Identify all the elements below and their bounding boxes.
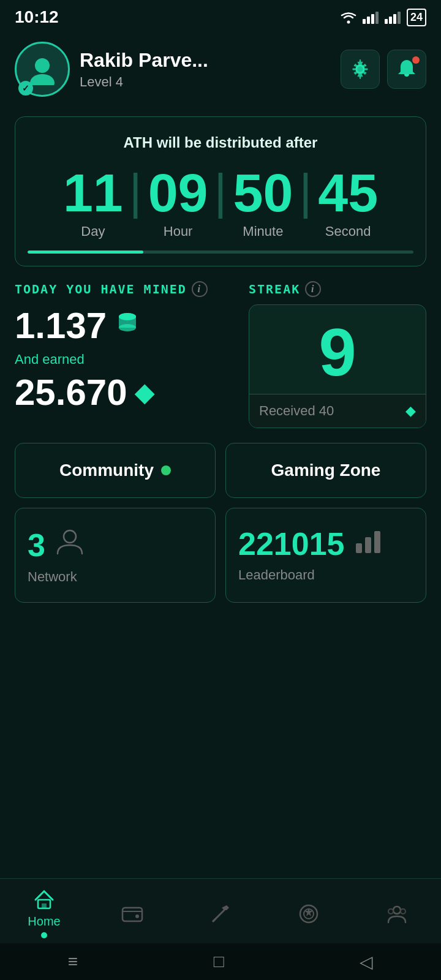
svg-rect-6 (389, 17, 392, 24)
leaderboard-label: Leaderboard (238, 567, 413, 583)
timer-hours: 09 Hour (145, 166, 212, 239)
timer-seconds-label: Second (325, 224, 371, 239)
signal-icon-1 (363, 10, 380, 24)
stats-cards: 3 Network 221015 Leaderboard (15, 508, 426, 603)
status-bar: 10:12 24 (0, 0, 441, 32)
svg-rect-18 (365, 537, 371, 553)
countdown-timer: 11 Day | 09 Hour | 50 Minute | 45 Second (28, 166, 413, 239)
community-label: Community (59, 461, 154, 480)
timer-minutes-value: 50 (233, 166, 293, 220)
system-back-button[interactable]: ◁ (360, 952, 373, 972)
user-avatar-icon (26, 53, 58, 85)
streak-label: STREAK i (249, 281, 426, 297)
received-bar: Received 40 ◆ (249, 394, 426, 428)
bar-chart-icon (353, 526, 383, 556)
earned-value: 25.670 ◆ (15, 371, 239, 413)
network-value: 3 (28, 527, 45, 564)
svg-point-30 (388, 909, 393, 914)
countdown-progress-bar (28, 251, 413, 254)
timer-sep-3: | (299, 166, 312, 217)
community-button[interactable]: Community (15, 443, 216, 498)
avatar-wrapper: ✓ (15, 42, 70, 97)
network-card[interactable]: 3 Network (15, 508, 216, 603)
notification-dot (412, 56, 420, 64)
svg-point-9 (35, 58, 50, 73)
streak-number: 9 (249, 305, 426, 394)
timer-hours-value: 09 (148, 166, 208, 220)
countdown-title: ATH will be distributed after (28, 134, 413, 151)
leaderboard-value: 221015 (238, 526, 345, 562)
cylinder-coin-icon (114, 309, 141, 336)
earned-label: And earned (15, 352, 239, 368)
svg-rect-17 (356, 543, 362, 553)
mined-value: 1.137 (15, 304, 239, 347)
svg-rect-8 (398, 12, 401, 24)
nav-mine[interactable] (190, 903, 251, 925)
bottom-nav: Home (0, 878, 441, 943)
timer-seconds-value: 45 (318, 166, 378, 220)
system-menu-button[interactable]: ≡ (68, 952, 78, 971)
svg-point-0 (347, 21, 350, 24)
svg-point-23 (135, 914, 139, 918)
nav-badge[interactable] (278, 903, 339, 925)
gaming-zone-button[interactable]: Gaming Zone (225, 443, 426, 498)
svg-point-10 (30, 74, 55, 85)
coin-icon (114, 309, 141, 342)
svg-rect-3 (371, 14, 374, 24)
battery-icon: 24 (407, 9, 426, 26)
svg-rect-7 (393, 14, 396, 24)
svg-rect-19 (374, 531, 380, 553)
leaderboard-card[interactable]: 221015 Leaderboard (225, 508, 426, 603)
svg-line-25 (213, 919, 216, 921)
streak-card: 9 Received 40 ◆ (249, 304, 426, 428)
received-diamond-icon: ◆ (405, 403, 416, 419)
svg-point-16 (64, 530, 76, 543)
network-user-icon (54, 526, 86, 564)
community-online-dot (161, 466, 171, 475)
svg-rect-2 (367, 17, 370, 24)
nav-home[interactable]: Home (13, 889, 75, 938)
timer-hours-label: Hour (164, 224, 193, 239)
streak-info-icon[interactable]: i (305, 281, 321, 297)
nav-home-dot (41, 932, 47, 938)
diamond-icon: ◆ (135, 379, 154, 407)
leaderboard-chart-icon (353, 526, 383, 562)
mining-section: TODAY YOU HAVE MINED i 1.137 And earned … (15, 281, 426, 428)
timer-days-label: Day (81, 224, 105, 239)
header-actions (341, 50, 426, 89)
team-icon (386, 903, 408, 925)
svg-point-31 (401, 909, 405, 914)
nav-wallet[interactable] (102, 903, 163, 925)
svg-point-15 (119, 313, 136, 320)
network-label: Network (28, 569, 203, 585)
status-icons: 24 (339, 9, 426, 26)
timer-seconds: 45 Second (314, 166, 382, 239)
settings-button[interactable] (341, 50, 380, 89)
user-name: Rakib Parve... (80, 49, 331, 72)
mining-left: TODAY YOU HAVE MINED i 1.137 And earned … (15, 281, 239, 428)
user-level: Level 4 (80, 74, 331, 90)
svg-rect-21 (42, 903, 47, 908)
nav-team[interactable] (366, 903, 428, 925)
timer-sep-1: | (129, 166, 142, 217)
svg-point-14 (119, 324, 136, 331)
network-value-row: 3 (28, 526, 203, 564)
mining-info-icon[interactable]: i (192, 281, 208, 297)
svg-rect-5 (385, 19, 388, 24)
received-text: Received 40 (259, 403, 334, 419)
mining-label: TODAY YOU HAVE MINED i (15, 281, 239, 297)
home-icon (33, 889, 55, 911)
action-buttons: Community Gaming Zone (15, 443, 426, 498)
svg-marker-28 (304, 908, 313, 916)
gear-icon (349, 58, 371, 80)
svg-rect-4 (375, 12, 379, 24)
timer-minutes-label: Minute (243, 224, 283, 239)
user-info: Rakib Parve... Level 4 (80, 49, 331, 90)
streak-section: STREAK i 9 Received 40 ◆ (249, 281, 426, 428)
badge-icon (298, 903, 320, 925)
svg-rect-22 (123, 908, 142, 921)
system-home-button[interactable]: □ (214, 952, 224, 971)
leaderboard-value-row: 221015 (238, 526, 413, 562)
notification-button[interactable] (387, 50, 426, 89)
status-time: 10:12 (15, 7, 59, 27)
